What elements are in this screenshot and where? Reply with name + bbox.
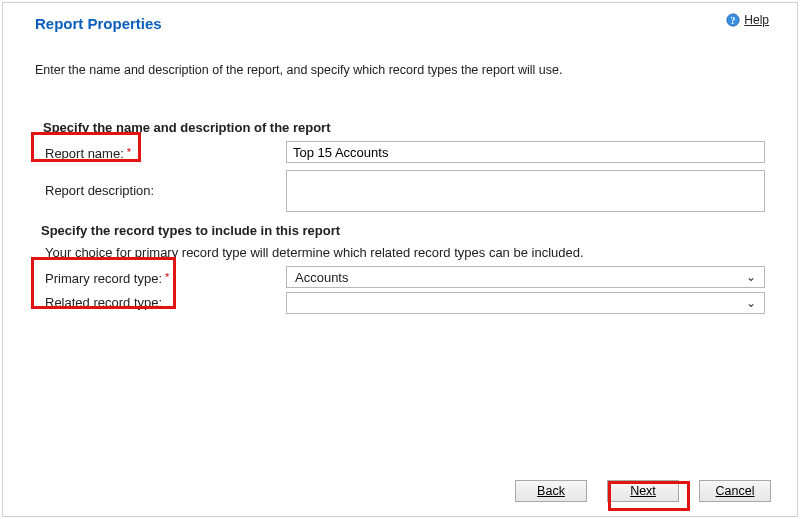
section-record-types-title: Specify the record types to include in t…	[41, 223, 340, 238]
primary-record-type-select[interactable]: Accounts ⌄	[286, 266, 765, 288]
next-button[interactable]: Next	[607, 480, 679, 502]
report-name-label: Report name: *	[45, 146, 131, 161]
primary-record-type-value: Accounts	[295, 270, 348, 285]
help-link[interactable]: ? Help	[726, 13, 769, 27]
related-record-type-select[interactable]: ⌄	[286, 292, 765, 314]
chevron-down-icon: ⌄	[746, 270, 756, 284]
page-title: Report Properties	[35, 15, 162, 32]
intro-text: Enter the name and description of the re…	[35, 63, 562, 77]
section-name-desc-title: Specify the name and description of the …	[43, 120, 331, 135]
back-button[interactable]: Back	[515, 480, 587, 502]
required-asterisk: *	[124, 146, 131, 158]
dialog-frame: Report Properties ? Help Enter the name …	[2, 2, 798, 517]
report-name-label-text: Report name:	[45, 146, 124, 161]
report-description-input[interactable]	[286, 170, 765, 212]
wizard-buttons: Back Next Cancel	[515, 480, 771, 502]
required-asterisk: *	[162, 271, 169, 283]
section-record-types-subtitle: Your choice for primary record type will…	[45, 245, 584, 260]
related-record-type-label: Related record type:	[45, 295, 162, 310]
help-label: Help	[744, 13, 769, 27]
cancel-button[interactable]: Cancel	[699, 480, 771, 502]
primary-record-type-label-text: Primary record type:	[45, 271, 162, 286]
report-name-input[interactable]	[286, 141, 765, 163]
chevron-down-icon: ⌄	[746, 296, 756, 310]
report-description-label: Report description:	[45, 183, 154, 198]
primary-record-type-label: Primary record type: *	[45, 271, 169, 286]
help-icon: ?	[726, 13, 740, 27]
svg-text:?: ?	[731, 15, 736, 26]
